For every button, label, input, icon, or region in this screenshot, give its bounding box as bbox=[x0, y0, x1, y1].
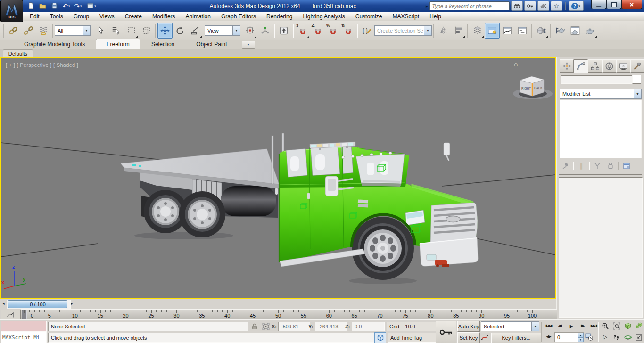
remove-modifier-button[interactable] bbox=[605, 161, 616, 171]
pin-stack-button[interactable] bbox=[560, 161, 571, 171]
snaps-toggle-button[interactable]: 3 bbox=[295, 23, 310, 39]
viewcube[interactable]: RIGHT BACK bbox=[513, 76, 553, 99]
new-file-button[interactable] bbox=[25, 1, 36, 11]
percent-snap-toggle[interactable]: % bbox=[325, 23, 340, 39]
tab-motion[interactable] bbox=[602, 59, 616, 73]
next-frame-button[interactable]: ▮▶ bbox=[577, 321, 588, 331]
front-bumper[interactable] bbox=[420, 238, 478, 267]
modifier-list-dropdown[interactable]: Modifier List▼ bbox=[560, 89, 642, 99]
select-and-scale-button[interactable] bbox=[188, 23, 203, 39]
fuel-tank-cylinder[interactable] bbox=[221, 186, 276, 216]
named-selection-set-dropdown[interactable]: Create Selection Se▼ bbox=[374, 25, 432, 36]
use-pivot-point-center-button[interactable] bbox=[242, 23, 257, 39]
tab-display[interactable] bbox=[616, 59, 630, 73]
menu-item-modifiers[interactable]: Modifiers bbox=[147, 12, 181, 21]
spinner-down-button[interactable]: ▼ bbox=[578, 337, 584, 342]
close-button[interactable]: × bbox=[621, 0, 642, 9]
graphite-ribbon-toggle[interactable] bbox=[485, 23, 500, 39]
tab-modify[interactable] bbox=[574, 59, 588, 73]
keyboard-shortcut-override-toggle[interactable] bbox=[276, 23, 291, 39]
object-name-field[interactable] bbox=[561, 75, 634, 84]
save-file-button[interactable] bbox=[49, 1, 60, 11]
current-frame-field[interactable]: 0 ▲▼ bbox=[554, 332, 584, 342]
ribbon-tab-freeform[interactable]: Freeform bbox=[96, 39, 140, 49]
parameters-rollout-area[interactable] bbox=[559, 177, 643, 318]
key-mode-toggle[interactable]: ◀▶ bbox=[543, 332, 554, 342]
select-and-link-button[interactable] bbox=[6, 23, 21, 39]
selection-filter-dropdown[interactable]: All▼ bbox=[55, 25, 91, 36]
field-of-view-button[interactable]: ▷ bbox=[600, 332, 611, 342]
viewport-label[interactable]: [ + ] [ Perspective ] [ Shaded ] bbox=[6, 62, 78, 68]
edit-named-selection-sets-button[interactable] bbox=[359, 23, 374, 39]
ribbon-tab-selection[interactable]: Selection bbox=[140, 39, 185, 49]
bind-to-space-warp-button[interactable] bbox=[36, 23, 51, 39]
show-end-result-button[interactable]: ∥ bbox=[576, 161, 587, 171]
set-keys-button[interactable] bbox=[436, 321, 456, 343]
time-configuration-button[interactable] bbox=[584, 332, 594, 342]
isolate-selection-toggle[interactable] bbox=[374, 332, 386, 343]
front-wheel[interactable] bbox=[352, 217, 414, 280]
help-button[interactable]: ?▾ bbox=[569, 1, 584, 11]
restore-button[interactable] bbox=[606, 0, 621, 9]
macro-recorder-pane[interactable] bbox=[1, 321, 47, 332]
go-to-start-button[interactable]: ▮◀◀ bbox=[543, 321, 554, 331]
unlink-selection-button[interactable] bbox=[21, 23, 36, 39]
subscription-button[interactable] bbox=[524, 1, 536, 11]
dropdown-arrow-icon[interactable]: ▼ bbox=[634, 89, 641, 98]
mirror-button[interactable] bbox=[436, 23, 451, 39]
menu-item-edit[interactable]: Edit bbox=[25, 12, 45, 21]
maxscript-mini-listener[interactable]: MAXScript Mi bbox=[1, 332, 47, 343]
undo-button[interactable]: ↶▾ bbox=[61, 1, 72, 11]
redo-flyout-arrow[interactable]: ▾ bbox=[80, 4, 82, 8]
selection-lock-toggle[interactable] bbox=[249, 321, 260, 331]
time-slider-handle[interactable]: 0 / 100 bbox=[8, 300, 67, 308]
application-menu-button[interactable]: 3DS bbox=[0, 0, 23, 22]
rectangular-selection-region-button[interactable] bbox=[124, 23, 139, 39]
orbit-button[interactable] bbox=[622, 332, 633, 342]
redo-button[interactable]: ↷▾ bbox=[73, 1, 83, 11]
open-file-button[interactable] bbox=[37, 1, 48, 11]
truck-flatbed[interactable] bbox=[121, 133, 284, 239]
window-crossing-toggle[interactable] bbox=[139, 23, 154, 39]
select-by-name-button[interactable] bbox=[108, 23, 124, 39]
select-and-move-button[interactable] bbox=[157, 23, 173, 39]
make-unique-button[interactable] bbox=[592, 161, 603, 171]
zoom-all-button[interactable] bbox=[611, 321, 622, 331]
perspective-viewport[interactable]: z x y RIGHT BACK [ + ] [ Perspective ] [… bbox=[0, 57, 556, 299]
curve-editor-button[interactable] bbox=[500, 23, 515, 39]
menu-item-animation[interactable]: Animation bbox=[181, 12, 216, 21]
ribbon-tab-object-paint[interactable]: Object Paint bbox=[185, 39, 238, 49]
play-button[interactable]: ▶ bbox=[566, 321, 577, 331]
select-object-button[interactable] bbox=[93, 23, 108, 39]
time-slider-next-arrow[interactable]: ▸ bbox=[69, 300, 74, 308]
zoom-button[interactable] bbox=[600, 321, 611, 331]
menu-item-create[interactable]: Create bbox=[120, 12, 147, 21]
tow-mirror-right[interactable] bbox=[444, 143, 450, 161]
tab-utilities[interactable] bbox=[630, 59, 644, 73]
render-production-button[interactable] bbox=[583, 23, 598, 39]
tab-hierarchy[interactable] bbox=[588, 59, 602, 73]
schematic-view-button[interactable] bbox=[515, 23, 530, 39]
undo-flyout-arrow[interactable]: ▾ bbox=[68, 4, 70, 8]
tab-create[interactable] bbox=[560, 59, 574, 73]
frame-spinner[interactable]: ▲▼ bbox=[578, 333, 584, 342]
render-setup-button[interactable] bbox=[553, 23, 568, 39]
absolute-offset-mode-toggle[interactable] bbox=[260, 321, 271, 331]
select-and-manipulate-button[interactable] bbox=[257, 23, 272, 39]
rear-wheel-back[interactable] bbox=[179, 191, 225, 237]
infocenter-go-icon[interactable]: ▸ bbox=[426, 4, 428, 8]
maximize-viewport-toggle[interactable] bbox=[633, 332, 644, 342]
communication-center-button[interactable] bbox=[537, 1, 549, 11]
viewcube-home-icon[interactable]: ⌂ bbox=[514, 60, 518, 68]
key-filter-scope-dropdown[interactable]: Selected▼ bbox=[481, 321, 539, 331]
viewport-canvas[interactable]: z x y RIGHT BACK bbox=[1, 58, 555, 298]
menu-item-group[interactable]: Group bbox=[68, 12, 94, 21]
time-slider-prev-arrow[interactable]: ◂ bbox=[1, 300, 6, 308]
spinner-up-button[interactable]: ▲ bbox=[578, 333, 584, 337]
dropdown-arrow-icon[interactable]: ▼ bbox=[424, 26, 431, 35]
minimize-button[interactable]: — bbox=[591, 0, 606, 9]
y-coordinate-field[interactable]: -264.413 bbox=[315, 322, 347, 331]
ribbon-minimize-button[interactable]: ▾ bbox=[242, 41, 255, 49]
align-button[interactable] bbox=[451, 23, 466, 39]
menu-item-tools[interactable]: Tools bbox=[45, 12, 68, 21]
